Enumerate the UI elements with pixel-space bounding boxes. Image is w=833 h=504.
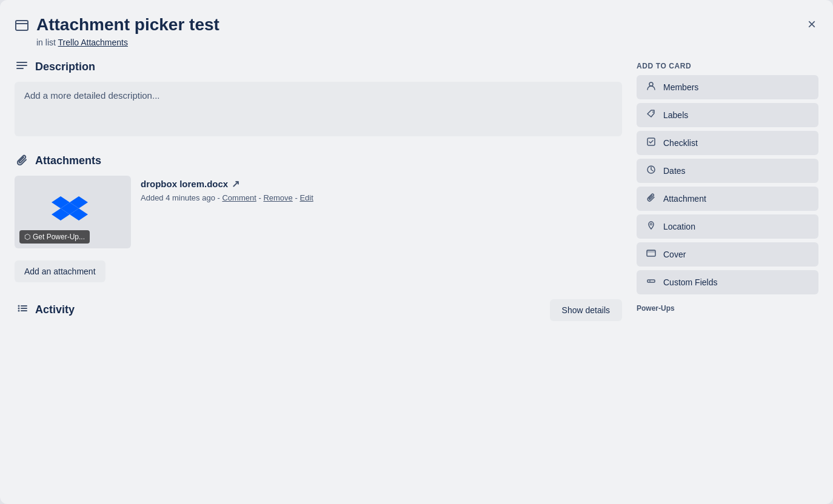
members-button[interactable]: Members: [637, 75, 818, 99]
labels-icon: [645, 109, 657, 121]
attachment-details: dropbox lorem.docx ↗ Added 4 minutes ago…: [141, 176, 313, 248]
modal-header: Attachment picker test in list Trello At…: [15, 15, 818, 47]
dropbox-logo: [49, 191, 97, 228]
card-title: Attachment picker test: [36, 15, 219, 35]
add-attachment-button[interactable]: Add an attachment: [15, 260, 105, 282]
custom-fields-button[interactable]: Custom Fields: [637, 270, 818, 294]
svg-point-15: [18, 310, 20, 312]
checklist-button[interactable]: Checklist: [637, 131, 818, 155]
description-section: Description Add a more detailed descript…: [15, 59, 622, 136]
cover-icon: [645, 248, 657, 260]
close-button[interactable]: ×: [805, 15, 818, 34]
cover-button[interactable]: Cover: [637, 242, 818, 267]
dates-label: Dates: [663, 166, 686, 176]
sidebar: Add to card Members Labels: [637, 59, 818, 504]
activity-header: Activity Show details: [15, 299, 622, 321]
card-modal: Attachment picker test in list Trello At…: [0, 0, 833, 504]
attachment-thumbnail: ⬡ Get Power-Up...: [15, 176, 131, 248]
labels-button[interactable]: Labels: [637, 103, 818, 127]
external-link-icon: ↗: [232, 178, 239, 190]
activity-header-left: Activity: [15, 302, 75, 317]
add-to-card-label: Add to card: [637, 62, 818, 70]
get-powerup-button[interactable]: ⬡ Get Power-Up...: [19, 230, 90, 244]
activity-icon: [15, 302, 29, 317]
attachment-button[interactable]: Attachment: [637, 187, 818, 211]
attachment-name: dropbox lorem.docx ↗: [141, 178, 313, 190]
attachment-icon: [645, 193, 657, 205]
description-input[interactable]: Add a more detailed description...: [15, 82, 622, 136]
attachment-item: ⬡ Get Power-Up... dropbox lorem.docx ↗ A…: [15, 176, 622, 248]
members-label: Members: [663, 82, 698, 92]
modal-title-area: Attachment picker test in list Trello At…: [15, 15, 219, 47]
custom-fields-icon: [645, 276, 657, 288]
custom-fields-label: Custom Fields: [663, 277, 717, 287]
main-content: Description Add a more detailed descript…: [15, 59, 622, 504]
list-link[interactable]: Trello Attachments: [58, 38, 128, 47]
attachment-section-icon: [15, 153, 29, 168]
location-button[interactable]: Location: [637, 214, 818, 239]
edit-link[interactable]: Edit: [299, 193, 313, 202]
dates-button[interactable]: Dates: [637, 159, 818, 183]
svg-point-20: [651, 223, 652, 225]
svg-rect-0: [16, 21, 28, 30]
card-icon: [15, 18, 29, 36]
attachments-header: Attachments: [15, 153, 622, 168]
svg-point-17: [652, 111, 654, 113]
svg-rect-22: [647, 250, 655, 253]
svg-point-16: [649, 82, 653, 86]
attachment-meta: Added 4 minutes ago - Comment - Remove -…: [141, 193, 313, 202]
power-ups-label: Power-Ups: [637, 304, 818, 313]
svg-rect-23: [647, 280, 655, 282]
cover-label: Cover: [663, 250, 686, 259]
comment-link[interactable]: Comment: [222, 193, 256, 202]
location-label: Location: [663, 222, 695, 231]
title-block: Attachment picker test in list Trello At…: [36, 15, 219, 47]
description-icon: [15, 59, 29, 75]
description-header: Description: [15, 59, 622, 75]
activity-section: Activity Show details: [15, 299, 622, 321]
attachment-label: Attachment: [663, 194, 706, 204]
checklist-icon: [645, 137, 657, 149]
description-placeholder: Add a more detailed description...: [24, 90, 159, 101]
checklist-label: Checklist: [663, 138, 698, 148]
svg-point-10: [18, 308, 20, 310]
svg-point-14: [18, 305, 20, 307]
location-icon: [645, 220, 657, 233]
description-title: Description: [35, 61, 95, 73]
card-list-info: in list Trello Attachments: [36, 38, 219, 47]
members-icon: [645, 81, 657, 93]
attachments-section: Attachments: [15, 153, 622, 282]
modal-body: Description Add a more detailed descript…: [15, 59, 818, 504]
dates-icon: [645, 165, 657, 177]
labels-label: Labels: [663, 110, 688, 120]
remove-link[interactable]: Remove: [263, 193, 292, 202]
activity-title: Activity: [35, 303, 75, 316]
powerup-icon: ⬡: [24, 233, 30, 241]
show-details-button[interactable]: Show details: [550, 299, 622, 321]
attachments-title: Attachments: [35, 154, 101, 167]
